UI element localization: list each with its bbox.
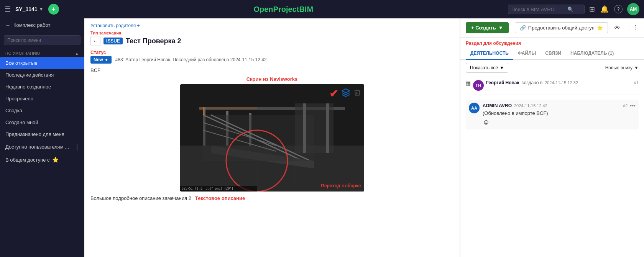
screenshot-icons: ✔ bbox=[329, 87, 361, 100]
sidebar-item-created-by-me[interactable]: Создано мной bbox=[0, 116, 84, 128]
activity-2-num: #2 bbox=[623, 103, 628, 108]
share-button[interactable]: 🔗 Предоставить общий доступ ⭐ bbox=[515, 22, 608, 33]
tab-activity[interactable]: ДЕЯТЕЛЬНОСТЬ bbox=[466, 47, 513, 60]
activity-2-avatar: AA bbox=[469, 103, 480, 113]
emoji-button[interactable]: ☺ bbox=[483, 118, 636, 126]
nav-icons: ⊞ 🔔 ? bbox=[589, 5, 623, 13]
sidebar-item-available-users[interactable]: Доступно пользователям ... ‖ bbox=[0, 140, 84, 154]
tab-links[interactable]: СВЯЗИ bbox=[540, 47, 566, 60]
activity-1-action: создано в bbox=[522, 80, 543, 85]
sidebar-item-summary[interactable]: Сводка bbox=[0, 105, 84, 116]
status-badge[interactable]: New ▼ bbox=[90, 56, 112, 64]
activity-1-name: Георгий Новак bbox=[486, 80, 519, 85]
activity-list: ▦ ГН Георгий Новак создано в 2024-11-15 … bbox=[460, 76, 644, 257]
global-search-box[interactable]: 🔍 bbox=[508, 5, 585, 14]
activity-item-1: ▦ ГН Георгий Новак создано в 2024-11-15 … bbox=[466, 80, 639, 95]
description-text: Большое подробное описание замечания 2 bbox=[90, 195, 191, 201]
create-button-label: + Создать bbox=[471, 25, 496, 31]
issue-header: ← ISSUE Тест Проверка 2 bbox=[90, 36, 453, 46]
sidebar-item-all-open[interactable]: Все открытые bbox=[0, 57, 84, 69]
sidebar-item-shared-label: В общем доступе с bbox=[5, 157, 50, 163]
sort-label-text: Новые внизу bbox=[605, 65, 632, 70]
avatar[interactable]: AM bbox=[627, 3, 639, 15]
status-label: Статус bbox=[90, 50, 453, 55]
status-value: New bbox=[94, 57, 103, 62]
show-all-label: Показать всё bbox=[470, 65, 498, 70]
screenshot-image: 625×51 (1:1, 5.0° рид) [294] ✔ bbox=[180, 84, 364, 192]
sidebar-item-overdue[interactable]: Просрочено bbox=[0, 93, 84, 105]
delete-icon[interactable] bbox=[353, 89, 361, 98]
sidebar-back[interactable]: ← Комплекс работ bbox=[0, 18, 84, 32]
set-parent-link[interactable]: Установить родителя + bbox=[90, 23, 453, 28]
help-icon[interactable]: ? bbox=[614, 5, 623, 13]
search-icon: 🔍 bbox=[567, 7, 573, 12]
project-dropdown-icon[interactable]: ▼ bbox=[39, 7, 44, 12]
activity-toolbar: Показать всё ▼ Новые внизу ▼ bbox=[460, 60, 644, 76]
expand-icon[interactable]: ⛶ bbox=[623, 25, 629, 31]
sort-control[interactable]: Новые внизу ▼ bbox=[605, 65, 639, 70]
show-all-button[interactable]: Показать всё ▼ bbox=[466, 63, 508, 73]
bcf-label: BCF bbox=[90, 67, 453, 73]
eye-icon[interactable]: 👁 bbox=[614, 25, 620, 31]
right-panel: + Создать ▼ 🔗 Предоставить общий доступ … bbox=[460, 18, 644, 257]
logo-main: OpenProject bbox=[253, 5, 299, 13]
sidebar: ← Комплекс работ ПО УМОЛЧАНИЮ ▲ Все откр… bbox=[0, 18, 84, 257]
activity-1-header: Георгий Новак создано в 2024-11-15 12:32… bbox=[486, 80, 639, 85]
project-name: SY_1141 bbox=[15, 6, 38, 12]
sidebar-back-label: Комплекс работ bbox=[13, 22, 50, 28]
share-icon: 🔗 bbox=[520, 25, 526, 31]
screenshot-header: Скрин из Navisworks bbox=[90, 76, 453, 82]
type-label: Тип замечания bbox=[90, 31, 453, 35]
resize-handle-icon[interactable]: ‖ bbox=[76, 143, 79, 151]
create-button[interactable]: + Создать ▼ bbox=[466, 22, 509, 33]
sidebar-section-label-text: ПО УМОЛЧАНИЮ bbox=[5, 51, 40, 56]
sidebar-search-input[interactable] bbox=[4, 35, 80, 45]
activity-1-type-icon: ▦ bbox=[466, 80, 471, 86]
sort-dropdown-icon: ▼ bbox=[634, 65, 639, 70]
activity-2-content: ADMIN AVRO 2024-11-15 12:42 #2 ••• (Обно… bbox=[483, 103, 636, 126]
activity-item-2: AA ADMIN AVRO 2024-11-15 12:42 #2 ••• (О… bbox=[466, 100, 639, 129]
activity-1-avatar: ГН bbox=[473, 80, 484, 91]
share-label: Предоставить общий доступ bbox=[528, 25, 595, 31]
hamburger-menu[interactable]: ☰ bbox=[5, 5, 11, 13]
sidebar-item-assigned-to-me[interactable]: Предназначено для меня bbox=[0, 128, 84, 140]
logo-accent: BIM bbox=[299, 5, 313, 13]
svg-rect-19 bbox=[303, 103, 306, 153]
back-arrow-icon: ← bbox=[5, 22, 10, 28]
main-layout: ← Комплекс работ ПО УМОЛЧАНИЮ ▲ Все откр… bbox=[0, 18, 644, 257]
activity-2-more-icon[interactable]: ••• bbox=[630, 103, 636, 109]
activity-1-content: Георгий Новак создано в 2024-11-15 12:32… bbox=[486, 80, 639, 85]
back-button[interactable]: ← bbox=[90, 36, 100, 46]
bell-icon[interactable]: 🔔 bbox=[600, 5, 609, 13]
issue-tag: ISSUE bbox=[104, 38, 123, 44]
activity-1-num: #1 bbox=[634, 80, 639, 85]
more-options-icon[interactable]: ⋮ bbox=[632, 24, 639, 31]
sidebar-search bbox=[0, 32, 84, 48]
activity-2-body: (Обновлено в импорте BCF) bbox=[483, 110, 636, 116]
main-content: Установить родителя + Тип замечания ← IS… bbox=[84, 18, 644, 257]
sidebar-section[interactable]: ПО УМОЛЧАНИЮ ▲ bbox=[0, 48, 84, 57]
grid-icon[interactable]: ⊞ bbox=[589, 5, 595, 13]
add-new-button[interactable]: + bbox=[48, 4, 59, 15]
sidebar-item-recently-created[interactable]: Недавно созданное bbox=[0, 81, 84, 93]
activity-2-name: ADMIN AVRO bbox=[483, 103, 512, 108]
status-dropdown-icon: ▼ bbox=[105, 58, 108, 62]
sidebar-collapse-icon: ▲ bbox=[75, 51, 79, 56]
3d-model-icon[interactable] bbox=[341, 88, 350, 99]
status-meta: #83: Автор Георгий Новак. Последний раз … bbox=[115, 57, 268, 62]
detail-panel: Установить родителя + Тип замечания ← IS… bbox=[84, 18, 460, 257]
global-search-input[interactable] bbox=[511, 7, 565, 12]
checkmark-icon[interactable]: ✔ bbox=[329, 87, 338, 100]
tab-files[interactable]: ФАЙЛЫ bbox=[513, 47, 540, 60]
screenshot-container: 625×51 (1:1, 5.0° рид) [294] ✔ bbox=[90, 84, 453, 192]
sidebar-item-available-users-label: Доступно пользователям ... bbox=[5, 144, 69, 150]
tab-watchers[interactable]: НАБЛЮДАТЕЛЬ (1) bbox=[566, 47, 618, 60]
create-dropdown-icon: ▼ bbox=[498, 25, 503, 31]
text-description-link[interactable]: Текстовое описание bbox=[195, 195, 245, 201]
sidebar-item-shared[interactable]: В общем доступе с ⭐ bbox=[0, 154, 84, 166]
3d-view-svg: 625×51 (1:1, 5.0° рид) [294] bbox=[180, 84, 364, 192]
share-star-icon: ⭐ bbox=[597, 25, 603, 31]
show-all-dropdown-icon: ▼ bbox=[499, 65, 504, 70]
sidebar-item-recent-actions[interactable]: Последние действия bbox=[0, 69, 84, 81]
issue-title: Тест Проверка 2 bbox=[126, 37, 181, 45]
